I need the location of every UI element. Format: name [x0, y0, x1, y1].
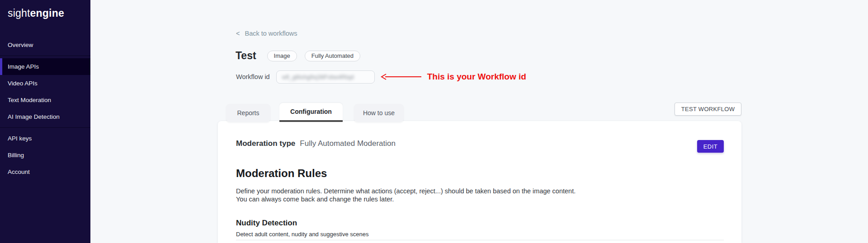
sidebar-item-image-apis[interactable]: Image APIs [0, 58, 90, 75]
back-to-workflows-link[interactable]: < Back to workflows [236, 30, 297, 37]
tab-how-to-use[interactable]: How to use [354, 104, 404, 122]
moderation-type-label: Moderation type [236, 139, 295, 148]
workflow-type-badge: Image [267, 51, 297, 61]
moderation-rules-title: Moderation Rules [236, 167, 327, 180]
rules-desc-line2: You can always come back and change the … [236, 195, 576, 203]
workflow-id-blurred-value: wfl_g6tshg9xj38Fvbw4Rtqd [282, 74, 354, 80]
back-chevron-icon: < [236, 30, 240, 37]
test-workflow-button[interactable]: TEST WORKFLOW [675, 103, 741, 116]
main-content: < Back to workflows Test Image Fully Aut… [90, 0, 868, 243]
page-title: Test [236, 50, 256, 62]
workflow-mode-badge: Fully Automated [305, 51, 360, 61]
tab-reports[interactable]: Reports [226, 104, 270, 122]
sidebar-nav: Overview Image APIs Video APIs Text Mode… [0, 37, 90, 180]
sidebar-item-account[interactable]: Account [0, 164, 90, 180]
sidebar-divider [0, 56, 90, 56]
logo-text-bold: engine [30, 7, 64, 19]
workflow-id-annotation: This is your Workflow id [427, 72, 526, 82]
sidebar-item-text-moderation[interactable]: Text Moderation [0, 92, 90, 108]
edit-button[interactable]: EDIT [697, 140, 724, 153]
moderation-type-value: Fully Automated Moderation [300, 139, 396, 148]
sidebar: sightengine Overview Image APIs Video AP… [0, 0, 90, 243]
rules-desc-line1: Define your moderation rules. Determine … [236, 187, 576, 195]
sightengine-logo: sightengine [0, 0, 90, 19]
workflow-id-row: Workflow id wfl_g6tshg9xj38Fvbw4Rtqd Thi… [236, 70, 526, 84]
tab-configuration[interactable]: Configuration [279, 103, 343, 122]
workflow-id-field[interactable]: wfl_g6tshg9xj38Fvbw4Rtqd [276, 70, 375, 84]
sidebar-item-billing[interactable]: Billing [0, 147, 90, 164]
nudity-detection-description: Detect adult content, nudity and suggest… [236, 231, 368, 238]
sidebar-item-api-keys[interactable]: API keys [0, 130, 90, 147]
logo-text-light: sight [8, 7, 30, 19]
configuration-card: Moderation type Fully Automated Moderati… [218, 121, 741, 243]
sidebar-divider [0, 127, 90, 128]
red-arrow-icon [381, 73, 421, 80]
moderation-type-row: Moderation type Fully Automated Moderati… [236, 139, 396, 148]
nudity-detection-title: Nudity Detection [236, 219, 297, 228]
workflow-title-row: Test Image Fully Automated [236, 50, 360, 62]
section-divider [236, 240, 724, 240]
back-link-label: Back to workflows [245, 30, 297, 37]
moderation-rules-description: Define your moderation rules. Determine … [236, 187, 576, 203]
workflow-id-label: Workflow id [236, 73, 270, 80]
sidebar-item-video-apis[interactable]: Video APIs [0, 75, 90, 92]
sidebar-item-overview[interactable]: Overview [0, 37, 90, 53]
sidebar-item-ai-image-detection[interactable]: AI Image Detection [0, 108, 90, 125]
